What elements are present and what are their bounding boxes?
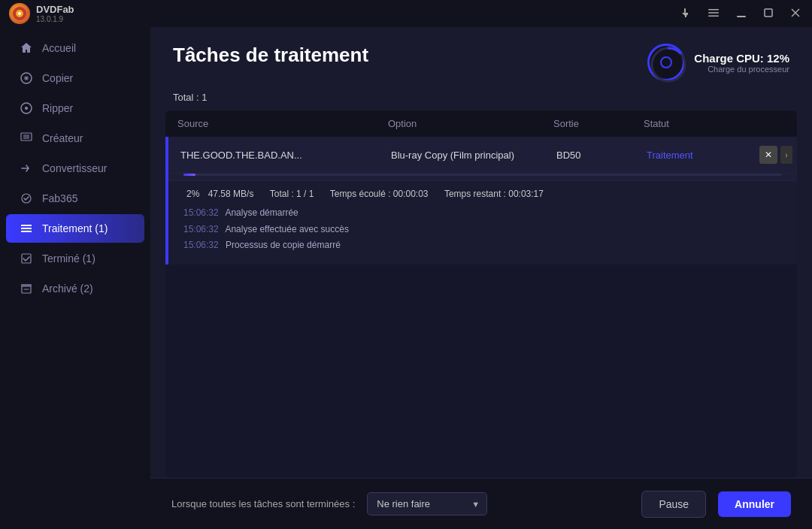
sidebar-label-createur: Créateur [42,132,83,144]
sidebar-item-archive[interactable]: Archivé (2) [6,274,144,303]
svg-rect-4 [708,9,719,11]
progress-speed: 47.58 MB/s [208,189,254,199]
log-time-2: 15:06:32 [183,240,219,250]
app-name: DVDFab [36,4,74,15]
minimize-button[interactable] [734,7,749,20]
app-body: Accueil Copier Ripper Créateur Convertis… [0,27,812,529]
sidebar-item-termine[interactable]: Terminé (1) [6,244,144,273]
total-line: Total : 1 [150,89,812,110]
sidebar-item-traitement[interactable]: Traitement (1) [6,214,144,243]
header-source: Source [177,118,388,129]
archive-icon [20,282,33,295]
logo-icon [9,3,30,24]
progress-detail: 2% 47.58 MB/s Total : 1 / 1 Temps écoulé… [168,180,797,264]
log-line-1: 15:06:32 Analyse effectuée avec succès [183,222,782,238]
progress-summary: 2% 47.58 MB/s Total : 1 / 1 Temps écoulé… [183,189,782,199]
traitement-icon [20,222,33,235]
pause-button[interactable]: Pause [641,491,706,518]
header-statut: Statut [644,118,756,129]
log-msg-0: Analyse démarrée [225,207,298,218]
svg-rect-16 [23,135,29,139]
bottom-bar: Lorsque toutes les tâches sont terminées… [150,478,812,529]
svg-rect-6 [708,16,719,17]
progress-bar-fill [183,174,195,176]
table-body: THE.GOOD.THE.BAD.AN... Blu-ray Copy (Fil… [165,137,797,478]
svg-point-14 [25,107,28,110]
sidebar-item-convertisseur[interactable]: Convertisseur [6,154,144,183]
svg-point-12 [26,77,28,80]
cell-source: THE.GOOD.THE.BAD.AN... [180,150,391,161]
total-label: Total : 1 [173,92,208,103]
cpu-text: Charge CPU: 12% Charge du processeur [694,52,789,74]
row-expand-button[interactable]: › [780,146,792,164]
svg-rect-3 [684,8,686,13]
header-actions [756,118,794,129]
app-logo: DVDFab 13.0.1.9 [9,3,74,24]
sidebar: Accueil Copier Ripper Créateur Convertis… [0,27,150,529]
sidebar-label-fab365: Fab365 [42,192,77,204]
main-content: Tâches de traitement Charge CPU: 12% Cha… [150,27,812,529]
cpu-label: Charge du processeur [694,65,789,74]
sidebar-item-ripper[interactable]: Ripper [6,94,144,122]
svg-rect-19 [21,228,32,229]
when-done-label: Lorsque toutes les tâches sont terminées… [171,498,355,509]
copy-icon [20,71,33,85]
close-button[interactable] [788,7,803,20]
sidebar-label-accueil: Accueil [42,42,76,54]
page-title: Tâches de traitement [173,44,368,67]
sidebar-label-termine: Terminé (1) [42,252,95,264]
convert-icon [20,162,33,175]
dropdown-wrapper: Ne rien faire Éteindre Mettre en veille … [367,492,487,515]
log-line-0: 15:06:32 Analyse démarrée [183,205,782,222]
content-header: Tâches de traitement Charge CPU: 12% Cha… [150,27,812,89]
svg-rect-20 [21,231,32,232]
table-row: THE.GOOD.THE.BAD.AN... Blu-ray Copy (Fil… [168,137,797,174]
progress-elapsed: Temps écoulé : 00:00:03 [330,189,429,199]
sidebar-label-archive: Archivé (2) [42,283,93,295]
cell-statut: Traitement [647,150,759,161]
row-actions: ✕ › [759,146,797,164]
log-msg-1: Analyse effectuée avec succès [225,224,349,234]
progress-total: Total : 1 / 1 [270,189,314,199]
cpu-indicator: Charge CPU: 12% Charge du processeur [647,44,789,81]
progress-bar-track [183,174,782,176]
app-version: 13.0.1.9 [36,15,74,23]
sidebar-label-convertisseur: Convertisseur [42,162,107,174]
fab365-icon [20,192,33,205]
cell-sortie: BD50 [556,150,647,161]
home-icon [20,41,33,55]
svg-point-2 [18,12,21,15]
when-done-dropdown[interactable]: Ne rien faire Éteindre Mettre en veille … [367,492,487,515]
maximize-button[interactable] [761,7,776,20]
sidebar-item-createur[interactable]: Créateur [6,124,144,153]
log-time-1: 15:06:32 [183,224,219,234]
log-msg-2: Processus de copie démarré [226,240,341,250]
sidebar-label-traitement: Traitement (1) [42,222,108,234]
log-time-0: 15:06:32 [183,207,219,218]
sidebar-label-ripper: Ripper [42,102,73,114]
svg-rect-5 [708,12,719,14]
table-container: Source Option Sortie Statut THE.GOOD.THE… [165,110,797,478]
termine-icon [20,252,33,265]
cpu-percent: Charge CPU: 12% [694,52,789,65]
svg-rect-18 [21,225,32,226]
sidebar-item-fab365[interactable]: Fab365 [6,184,144,213]
createur-icon [20,131,33,145]
progress-remaining: Temps restant : 00:03:17 [444,189,544,199]
cpu-circle [647,44,685,81]
row-close-button[interactable]: ✕ [759,146,777,164]
log-line-2: 15:06:32 Processus de copie démarré [183,237,782,254]
header-option: Option [388,118,553,129]
svg-rect-7 [737,16,746,17]
sidebar-label-copier: Copier [42,72,73,84]
table-row-container: THE.GOOD.THE.BAD.AN... Blu-ray Copy (Fil… [165,137,797,264]
sidebar-item-accueil[interactable]: Accueil [6,34,144,62]
window-controls [677,6,803,21]
cancel-button[interactable]: Annuler [718,491,791,517]
progress-percent: 2% [186,189,199,199]
titlebar: DVDFab 13.0.1.9 [0,0,812,27]
svg-rect-8 [765,9,772,17]
pin-button[interactable] [677,6,693,21]
menu-button[interactable] [705,6,722,21]
sidebar-item-copier[interactable]: Copier [6,64,144,92]
